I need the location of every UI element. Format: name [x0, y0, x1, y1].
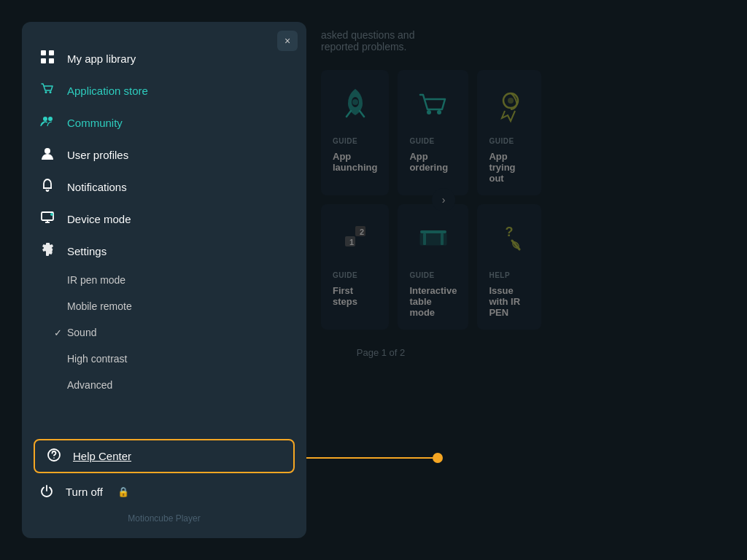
power-icon — [39, 483, 54, 500]
svg-point-23 — [48, 117, 53, 121]
sidebar-item-ir-pen-mode[interactable]: IR pen mode — [22, 267, 306, 293]
cart-icon — [39, 82, 55, 99]
gear-icon — [39, 242, 55, 260]
sidebar-item-label: Device mode — [67, 213, 131, 225]
sidebar-item-application-store[interactable]: Application store — [22, 74, 306, 106]
people-icon — [39, 114, 55, 131]
turn-off-label: Turn off — [66, 486, 103, 498]
turn-off-item[interactable]: Turn off 🔒 — [22, 476, 306, 508]
svg-rect-16 — [41, 50, 46, 55]
sidebar-item-device-mode[interactable]: Device mode — [22, 203, 306, 235]
sidebar-item-label: High contrast — [67, 353, 127, 365]
question-circle-icon — [47, 448, 61, 464]
sidebar-item-mobile-remote[interactable]: Mobile remote — [22, 293, 306, 319]
grid-icon — [39, 50, 55, 67]
svg-point-26 — [50, 213, 53, 216]
monitor-icon — [39, 210, 55, 228]
sidebar-item-community[interactable]: Community — [22, 106, 306, 139]
svg-point-21 — [50, 91, 52, 93]
sidebar-item-advanced[interactable]: Advanced — [22, 372, 306, 398]
sidebar-item-label: Community — [67, 117, 123, 129]
sidebar-item-label: Advanced — [67, 379, 112, 391]
help-center-item[interactable]: Help Center — [34, 439, 295, 473]
svg-point-22 — [43, 117, 47, 121]
svg-point-24 — [44, 148, 50, 154]
bell-icon — [39, 178, 55, 195]
svg-rect-18 — [41, 58, 46, 63]
sidebar-item-settings[interactable]: Settings — [22, 235, 306, 267]
sidebar-item-notifications[interactable]: Notifications — [22, 171, 306, 203]
sidebar-item-high-contrast[interactable]: High contrast — [22, 346, 306, 372]
person-icon — [39, 146, 55, 163]
sidebar-item-label: User profiles — [67, 149, 128, 161]
svg-rect-19 — [49, 58, 54, 63]
sidebar-item-sound[interactable]: Sound — [22, 319, 306, 346]
sidebar-item-label: Notifications — [67, 181, 127, 193]
sidebar-item-label: Sound — [67, 327, 96, 338]
svg-rect-17 — [49, 50, 54, 55]
sidebar-item-my-app-library[interactable]: My app library — [22, 42, 306, 74]
svg-point-28 — [53, 457, 55, 459]
sidebar-item-label: Application store — [67, 85, 148, 97]
lock-icon: 🔒 — [117, 486, 129, 497]
sidebar-footer: Motioncube Player — [22, 508, 306, 526]
sidebar-panel: × My app library — [22, 22, 306, 538]
help-center-label: Help Center — [73, 450, 131, 462]
sidebar-item-label: IR pen mode — [67, 274, 125, 286]
sidebar-item-label: Mobile remote — [67, 300, 132, 312]
sidebar-item-label: My app library — [67, 52, 136, 65]
menu-list: My app library Application store — [22, 36, 306, 436]
sidebar-item-user-profiles[interactable]: User profiles — [22, 139, 306, 171]
sidebar-item-label: Settings — [67, 245, 107, 257]
svg-point-20 — [45, 91, 47, 93]
